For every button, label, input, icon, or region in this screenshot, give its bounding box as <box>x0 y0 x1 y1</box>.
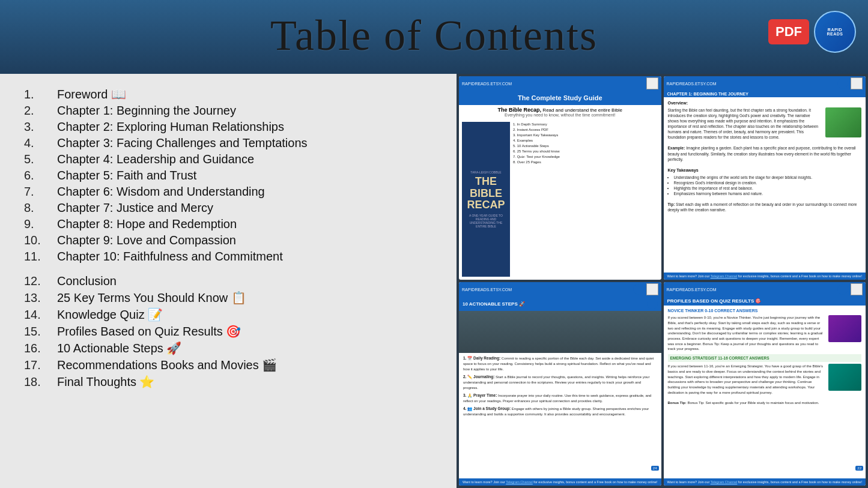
card-topbar-4: RAPIDREADS.ETSY.COM <box>664 282 866 297</box>
takeaway-item: Emphasizes harmony between humans and na… <box>674 191 862 196</box>
card-site-3: RAPIDREADS.ETSY.COM <box>462 288 512 292</box>
novice-section: NOVICE THINKER 0-10 CORRECT ANSWERS If y… <box>668 308 862 352</box>
card-bible-body: TARA-LEIGH COBBLE THEBIBLERECAP A ONE-YE… <box>459 119 661 280</box>
toc-label: Chapter 6: Wisdom and Understanding <box>57 185 265 199</box>
toc-num: 17. <box>24 358 57 372</box>
toc-label: Chapter 4: Leadership and Guidance <box>57 152 254 166</box>
step-item: 4. 👥 Join a Study Group: Engage with oth… <box>463 406 657 417</box>
toc-label: Recommendations Books and Movies 🎬 <box>57 358 277 372</box>
toc-label: 25 Key Terms You Should Know 📋 <box>57 291 246 305</box>
tip-label: Tip: <box>668 202 675 206</box>
rapidreads-mini-4 <box>837 284 848 295</box>
page-title: Table of Contents <box>12 11 856 61</box>
steps-hero-image: 🚴 <box>459 311 661 353</box>
novice-label: NOVICE THINKER 0-10 CORRECT ANSWERS <box>668 308 862 314</box>
toc-list-item: 8. Over 25 Pages <box>513 160 560 165</box>
list-item: 12. Conclusion <box>24 273 439 289</box>
step-item: 1. 📅 Daily Reading: Commit to reading a … <box>463 355 657 372</box>
telegram-link-3[interactable]: Telegram Channel <box>711 480 738 484</box>
card-site-1: RAPIDREADS.ETSY.COM <box>462 82 512 86</box>
example-label: Example: <box>668 146 685 150</box>
list-item: 18. Final Thoughts ⭐ <box>24 373 439 390</box>
list-item: 6. Chapter 5: Faith and Trust <box>24 167 439 184</box>
list-item: 9. Chapter 8: Hope and Redemption <box>24 216 439 232</box>
preview-card-steps: RAPIDREADS.ETSY.COM 10 ACTIONABLE STEPS … <box>459 282 661 486</box>
toc-num: 8. <box>24 201 57 215</box>
emerging-image <box>828 364 861 391</box>
toc-num: 2. <box>24 104 57 118</box>
chapter1-label: CHAPTER 1: BEGINNING THE JOURNEY <box>667 92 748 96</box>
emerging-label: EMERGING STRATEGIST 11-16 CORRECT ANSWER… <box>670 355 860 361</box>
telegram-link-2[interactable]: Telegram Channel <box>506 480 533 484</box>
toc-label: Conclusion <box>57 274 117 288</box>
toc-label: Final Thoughts ⭐ <box>57 375 155 389</box>
toc-num: 15. <box>24 325 57 339</box>
toc-list-item: 7. Quiz: Test your Knowledge <box>513 154 560 160</box>
bible-cover-title: THEBIBLERECAP <box>467 176 505 211</box>
bible-book-cover: TARA-LEIGH COBBLE THEBIBLERECAP A ONE-YE… <box>462 122 510 277</box>
chapter1-body: Overview: Starting the Bible can feel da… <box>664 97 866 273</box>
list-item: 4. Chapter 3: Facing Challenges and Temp… <box>24 135 439 151</box>
main-content: 1. Foreword 📖 2. Chapter 1: Beginning th… <box>0 74 868 488</box>
list-item: 16. 10 Actionable Steps 🚀 <box>24 340 439 357</box>
key-takeaways-label: Key Takeaways <box>668 167 862 173</box>
chapter1-header: CHAPTER 1: BEGINNING THE JOURNEY <box>664 91 866 97</box>
toc-num: 7. <box>24 185 57 199</box>
card-bible-header: The Complete Study Guide <box>459 91 661 105</box>
toc-label: Chapter 3: Facing Challenges and Temptat… <box>57 136 308 150</box>
page-badge-steps: 24 <box>651 466 659 471</box>
toc-num: 4. <box>24 136 57 150</box>
toc-label: Chapter 5: Faith and Trust <box>57 169 196 182</box>
list-item: 7. Chapter 6: Wisdom and Understanding <box>24 184 439 200</box>
card-bible-title: The Complete Study Guide <box>464 94 657 101</box>
toc-label: Chapter 1: Beginning the Journey <box>57 104 236 118</box>
toc-num: 11. <box>24 250 57 264</box>
qr-code-2 <box>851 77 863 89</box>
takeaway-item: Recognizes God's intentional design in c… <box>674 180 862 185</box>
profiles-body: NOVICE THINKER 0-10 CORRECT ANSWERS If y… <box>664 306 866 478</box>
takeaway-item: Understanding the origins of the world s… <box>674 175 862 180</box>
header-icons: PDF RAPIDREADS <box>768 11 856 53</box>
toc-list-item: 1. In Depth Summary <box>513 122 560 127</box>
preview-card-bible: RAPIDREADS.ETSY.COM The Complete Study G… <box>459 76 661 280</box>
list-item: 8. Chapter 7: Justice and Mercy <box>24 200 439 216</box>
list-item: 17. Recommendations Books and Movies 🎬 <box>24 357 439 373</box>
list-item: 5. Chapter 4: Leadership and Guidance <box>24 151 439 167</box>
qr-code-3 <box>646 283 658 295</box>
preview-card-chapter1: RAPIDREADS.ETSY.COM CHAPTER 1: BEGINNING… <box>664 76 866 280</box>
steps-list: 1. 📅 Daily Reading: Commit to reading a … <box>459 353 661 478</box>
toc-num: 16. <box>24 342 57 355</box>
card-bible-subtitle: The Bible Recap, Read and understand the… <box>459 105 661 119</box>
toc-num: 14. <box>24 308 57 322</box>
example-text: Imagine planting a garden. Each plant ha… <box>668 146 856 161</box>
toc-label: Foreword 📖 <box>57 87 126 101</box>
list-item: 14. Knowledge Quiz 📝 <box>24 306 439 323</box>
toc-label: Profiles Based on Quiz Results 🎯 <box>57 324 241 339</box>
author-name: TARA-LEIGH COBBLE <box>470 170 501 174</box>
toc-num: 1. <box>24 88 57 101</box>
toc-list-item: 2. Instant Access PDF <box>513 127 560 133</box>
card-topbar-3: RAPIDREADS.ETSY.COM <box>459 282 661 297</box>
bible-toc-list: 1. In Depth Summary 2. Instant Access PD… <box>513 122 560 277</box>
toc-panel: 1. Foreword 📖 2. Chapter 1: Beginning th… <box>0 74 457 488</box>
takeaway-item: Highlights the importance of rest and ba… <box>674 185 862 191</box>
list-item: 13. 25 Key Terms You Should Know 📋 <box>24 289 439 306</box>
overview-label: Overview: <box>668 100 862 106</box>
toc-label: Chapter 9: Love and Compassion <box>57 233 236 247</box>
pdf-icon: PDF <box>768 19 809 44</box>
list-item: 11. Chapter 10: Faithfulness and Commitm… <box>24 249 439 265</box>
telegram-link[interactable]: Telegram Channel <box>711 274 738 278</box>
toc-label: Knowledge Quiz 📝 <box>57 307 163 322</box>
toc-label: Chapter 10: Faithfulness and Commitment <box>57 250 283 264</box>
profiles-title: PROFILES BASED ON QUIZ RESULTS 🎯 <box>667 298 762 304</box>
steps-header: 10 ACTIONABLE STEPS 🚀 <box>459 297 661 311</box>
list-item: 15. Profiles Based on Quiz Results 🎯 <box>24 323 439 340</box>
chapter1-footer: Want to learn more? Join our Telegram Ch… <box>664 273 866 280</box>
toc-label: 10 Actionable Steps 🚀 <box>57 341 181 355</box>
steps-footer: Want to learn more? Join our Telegram Ch… <box>459 478 661 486</box>
steps-title: 10 ACTIONABLE STEPS 🚀 <box>463 301 525 307</box>
rapidreads-mini-3 <box>633 284 644 295</box>
card-topbar-2: RAPIDREADS.ETSY.COM <box>664 76 866 91</box>
steps-logo <box>647 298 658 309</box>
list-item: 2. Chapter 1: Beginning the Journey <box>24 103 439 119</box>
